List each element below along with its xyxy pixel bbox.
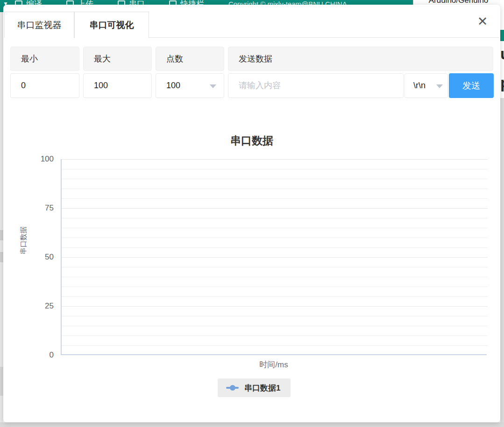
- gridline: [62, 316, 488, 316]
- send-button[interactable]: 发送: [449, 73, 494, 98]
- gridline: [62, 179, 488, 179]
- x-axis-label: 时间/ms: [61, 359, 487, 370]
- y-tick-label: 50: [26, 252, 54, 262]
- background-text-fragment: p: [500, 74, 504, 92]
- gridline: [62, 296, 488, 297]
- gridline: [62, 198, 488, 199]
- legend-label: 串口数据1: [244, 383, 280, 393]
- gridline: [62, 345, 488, 346]
- line-ending-select[interactable]: \r\n: [405, 73, 448, 98]
- gridline: [62, 159, 488, 160]
- serial-visualization-dialog: ✕ 串口监视器 串口可视化 最小 最大 点数 发送数据 0 100 100 \r…: [3, 5, 500, 422]
- header-min: 最小: [10, 47, 79, 71]
- left-edge-strip: [0, 12, 3, 422]
- send-data-input[interactable]: [228, 74, 403, 98]
- gridline: [62, 326, 488, 326]
- legend-item-serial-data-1[interactable]: 串口数据1: [218, 378, 291, 397]
- gridline: [62, 306, 488, 307]
- background-text-fragment: u: [500, 45, 504, 63]
- left-edge-segment: [0, 367, 3, 396]
- gridline: [62, 336, 488, 336]
- right-edge-teal-fragment: [500, 30, 504, 41]
- bottom-edge-strip: [0, 422, 504, 427]
- gridline: [62, 257, 488, 258]
- left-edge-segment: [0, 252, 3, 262]
- points-select-value: 100: [166, 81, 180, 91]
- chart-title: 串口数据: [3, 133, 500, 148]
- max-input[interactable]: 100: [83, 73, 152, 98]
- y-tick-label: 25: [26, 301, 54, 311]
- send-data-field[interactable]: [228, 73, 404, 98]
- tab-serial-monitor[interactable]: 串口监视器: [4, 12, 74, 38]
- chevron-down-icon: [210, 84, 216, 88]
- min-input[interactable]: 0: [10, 73, 79, 98]
- line-ending-value: \r\n: [413, 81, 426, 91]
- header-points: 点数: [156, 47, 224, 71]
- gridline: [62, 287, 488, 287]
- header-max: 最大: [83, 47, 152, 71]
- y-tick-label: 0: [26, 350, 54, 360]
- line-series-marker-icon: [226, 387, 239, 389]
- y-axis-label: 串口数据: [19, 215, 28, 266]
- gridline: [62, 169, 488, 169]
- dialog-tabs: 串口监视器 串口可视化: [4, 12, 499, 38]
- tab-serial-visualization[interactable]: 串口可视化: [74, 12, 149, 38]
- header-send-data: 发送数据: [228, 47, 493, 71]
- gridline: [62, 247, 488, 248]
- chevron-down-icon: [436, 84, 443, 88]
- gridline: [62, 218, 488, 218]
- gridline: [62, 277, 488, 277]
- gridline: [62, 267, 488, 267]
- gridline: [62, 208, 488, 209]
- gridline: [62, 189, 488, 189]
- chart-plot-area: [61, 159, 487, 355]
- app-window: ▼ 编译上传串口快捷栏Copyright © mixly-team@BNU,CH…: [0, 0, 504, 427]
- right-edge-gray: [500, 98, 504, 422]
- gridline: [62, 228, 488, 228]
- right-edge-strip: u p: [500, 0, 504, 427]
- left-edge-segment: [0, 230, 3, 240]
- y-tick-label: 75: [26, 203, 54, 213]
- y-tick-label: 100: [26, 154, 54, 164]
- points-select[interactable]: 100: [156, 73, 224, 98]
- gridline: [62, 238, 488, 238]
